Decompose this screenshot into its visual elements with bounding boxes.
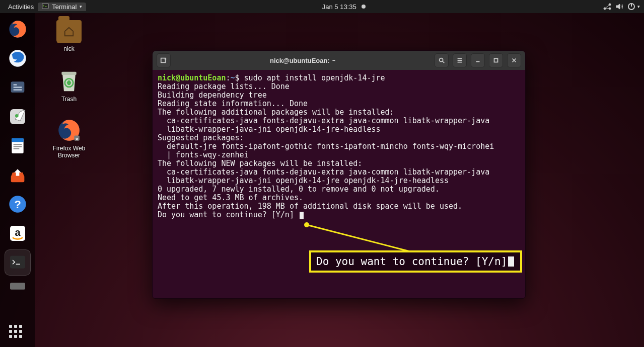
dock-extra[interactable] [5, 279, 31, 294]
search-button[interactable] [435, 53, 449, 67]
menu-button[interactable] [453, 53, 467, 67]
trash-icon [57, 68, 81, 94]
power-icon[interactable] [627, 3, 635, 11]
dock-help[interactable]: ? [5, 191, 31, 217]
svg-line-35 [443, 61, 445, 63]
svg-rect-10 [14, 86, 22, 88]
home-label: nick [46, 45, 92, 52]
svg-rect-0 [42, 3, 48, 9]
command-text: sudo apt install openjdk-14-jre [244, 73, 385, 82]
window-title: nick@ubuntuEoan: ~ [174, 57, 432, 64]
clock-button[interactable]: Jan 5 13:35 [318, 3, 370, 11]
svg-rect-15 [12, 138, 23, 142]
new-tab-button[interactable] [157, 53, 171, 67]
dock-writer[interactable] [5, 133, 31, 159]
dock: ? a [0, 13, 35, 347]
dock-software[interactable] [5, 162, 31, 188]
prompt-user: nick@ubuntuEoan [158, 73, 226, 82]
prompt-sep: : [226, 73, 230, 82]
terminal-icon [42, 3, 49, 11]
window-close-button[interactable] [507, 53, 521, 67]
prompt-path: ~ [231, 73, 235, 82]
svg-rect-26 [10, 283, 25, 289]
terminal-output: Reading package lists... Done Building d… [158, 82, 494, 219]
callout-text: Do you want to continue? [Y/n] [316, 255, 507, 268]
firefox-label: Firefox Web Browser [41, 145, 97, 159]
dock-files[interactable] [5, 74, 31, 101]
window-minimize-button[interactable] [471, 53, 485, 67]
dock-firefox[interactable] [5, 16, 31, 42]
apps-grid-icon [9, 325, 26, 342]
svg-point-34 [440, 58, 443, 62]
cursor-icon [300, 212, 304, 219]
window-titlebar[interactable]: nick@ubuntuEoan: ~ [153, 51, 525, 70]
svg-rect-16 [14, 144, 22, 145]
svg-rect-19 [16, 172, 20, 176]
folder-home-icon [56, 20, 82, 43]
system-menu-chevron-icon[interactable]: ▾ [637, 4, 640, 9]
svg-text:a: a [15, 227, 21, 238]
svg-rect-17 [14, 146, 22, 147]
top-bar: Activities Terminal ▾ Jan 5 13:35 ▾ [0, 0, 644, 13]
svg-rect-24 [10, 256, 25, 269]
network-icon[interactable] [603, 3, 611, 11]
svg-point-13 [15, 114, 19, 118]
prompt-dollar: $ [235, 73, 244, 82]
activities-button[interactable]: Activities [4, 3, 38, 11]
dock-rhythmbox[interactable] [5, 104, 31, 130]
svg-rect-30 [74, 135, 79, 140]
dock-amazon[interactable]: a [5, 220, 31, 246]
svg-rect-27 [61, 72, 76, 75]
callout-box: Do you want to continue? [Y/n] [309, 250, 522, 273]
app-menu-button[interactable]: Terminal ▾ [38, 3, 86, 11]
svg-rect-40 [494, 59, 498, 62]
desktop-icon-trash[interactable]: Trash [46, 68, 92, 103]
dock-terminal[interactable] [5, 249, 31, 276]
volume-icon[interactable] [615, 3, 623, 11]
svg-text:?: ? [14, 198, 21, 211]
callout-cursor-icon [508, 256, 514, 267]
trash-label: Trash [46, 96, 92, 103]
svg-rect-9 [14, 84, 17, 85]
desktop-icon-home[interactable]: nick [46, 20, 92, 52]
notification-dot-icon [362, 5, 366, 9]
svg-rect-18 [14, 148, 20, 149]
show-apps-button[interactable] [9, 325, 26, 342]
chevron-down-icon: ▾ [80, 4, 82, 9]
datetime-label: Jan 5 13:35 [322, 3, 356, 11]
svg-rect-11 [14, 89, 22, 91]
desktop-icon-firefox[interactable]: Firefox Web Browser [41, 118, 97, 159]
app-menu-label: Terminal [52, 3, 77, 11]
firefox-icon [56, 118, 82, 143]
dock-thunderbird[interactable] [5, 45, 31, 71]
window-maximize-button[interactable] [489, 53, 503, 67]
